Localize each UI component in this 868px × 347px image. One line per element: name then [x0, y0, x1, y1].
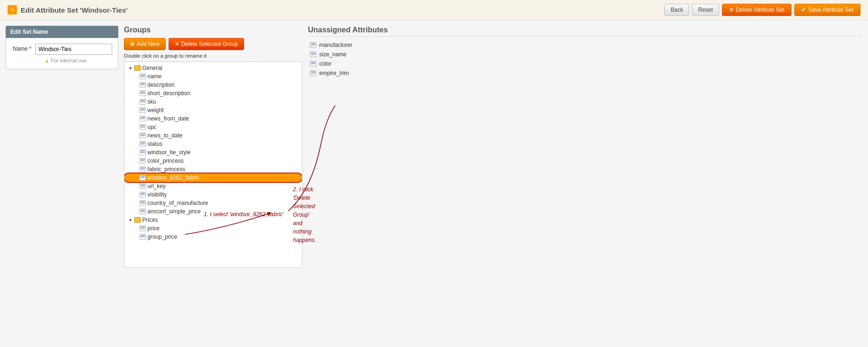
panel-body: Name * ▲ For internal use.	[6, 38, 118, 69]
tree-item-short-description[interactable]: short_description	[124, 89, 302, 98]
unassigned-list: manufacturer size_name color empire_trim	[308, 40, 862, 78]
file-icon	[139, 234, 146, 240]
reset-button[interactable]: Reset	[692, 4, 719, 16]
unassigned-item-empire-trim[interactable]: empire_trim	[308, 68, 862, 78]
tree-item-url-key[interactable]: url_key	[124, 182, 302, 190]
name-field-row: Name *	[12, 44, 112, 55]
file-icon	[139, 200, 146, 206]
delete-selected-group-button[interactable]: ✕ Delete Selected Group	[169, 38, 244, 50]
file-icon	[139, 226, 146, 231]
save-check-icon: ✔	[801, 7, 806, 13]
main-content: Edit Set Name Name * ▲ For internal use.…	[0, 20, 868, 344]
file-icon	[310, 52, 316, 57]
page-header: ✎ Edit Attribute Set 'Windsor-Ties' Back…	[0, 0, 868, 20]
delete-x-icon: ✕	[729, 7, 734, 13]
tree-group-prices[interactable]: ▼ Prices	[124, 216, 302, 224]
collapse-icon-prices[interactable]: ▼	[128, 218, 133, 223]
file-icon	[139, 91, 146, 96]
file-icon	[139, 158, 146, 164]
file-icon	[139, 133, 146, 138]
delete-attribute-set-button[interactable]: ✕ Delete Attribute Set	[722, 4, 791, 16]
file-icon	[139, 166, 146, 172]
tree-item-fabric-princess[interactable]: fabric_princess	[124, 165, 302, 174]
delete-group-x-icon: ✕	[175, 41, 179, 47]
name-input[interactable]	[35, 44, 112, 55]
groups-tree[interactable]: ▼ General name description short_descrip…	[124, 61, 302, 268]
tree-item-news-from-date[interactable]: news_from_date	[124, 114, 302, 123]
edit-set-panel: Edit Set Name Name * ▲ For internal use.	[6, 26, 118, 338]
file-icon	[139, 141, 146, 147]
file-icon	[139, 99, 146, 105]
tree-item-price[interactable]: price	[124, 224, 302, 233]
group-label-prices: Prices	[142, 217, 158, 223]
tree-item-windsor-fabric[interactable]: windsor_8262_fabric	[124, 174, 302, 182]
file-icon	[139, 124, 146, 130]
file-icon	[139, 192, 146, 197]
panel-header: Edit Set Name	[6, 26, 118, 38]
tree-item-group-price[interactable]: group_price	[124, 233, 302, 241]
folder-icon-general	[134, 65, 141, 71]
add-new-button[interactable]: ⊕ Add New	[124, 38, 166, 50]
file-icon	[310, 42, 316, 48]
header-title-area: ✎ Edit Attribute Set 'Windsor-Ties'	[8, 5, 128, 15]
groups-panel: Groups ⊕ Add New ✕ Delete Selected Group…	[124, 26, 302, 338]
groups-hint: Double click on a group to rename it	[124, 53, 302, 59]
save-attribute-set-button[interactable]: ✔ Save Attribute Set	[794, 4, 860, 16]
file-icon	[139, 150, 146, 155]
page-title: Edit Attribute Set 'Windsor-Ties'	[21, 6, 128, 14]
file-icon	[139, 107, 146, 113]
file-icon	[139, 74, 146, 79]
group-label-general: General	[142, 65, 162, 71]
folder-icon-prices	[134, 217, 141, 223]
file-icon	[139, 209, 146, 214]
file-icon	[139, 175, 146, 181]
tree-item-weight[interactable]: weight	[124, 106, 302, 114]
edit-icon: ✎	[8, 5, 17, 15]
required-marker: *	[29, 45, 31, 52]
file-icon	[310, 61, 316, 67]
tree-item-sku[interactable]: sku	[124, 98, 302, 106]
unassigned-item-size-name[interactable]: size_name	[308, 50, 862, 59]
unassigned-item-color[interactable]: color	[308, 59, 862, 68]
unassigned-panel: Unassigned Attributes manufacturer size_…	[308, 26, 862, 338]
file-icon	[139, 183, 146, 189]
groups-toolbar: ⊕ Add New ✕ Delete Selected Group	[124, 38, 302, 50]
header-buttons: Back Reset ✕ Delete Attribute Set ✔ Save…	[664, 4, 860, 16]
tree-item-color-princess[interactable]: color_princess	[124, 157, 302, 165]
name-label: Name *	[12, 44, 31, 52]
unassigned-title: Unassigned Attributes	[308, 26, 862, 37]
tree-item-windsor-tie-style[interactable]: windsor_tie_style	[124, 148, 302, 157]
groups-title: Groups	[124, 26, 302, 34]
hint-icon: ▲	[45, 58, 49, 63]
tree-item-visibility[interactable]: visibility	[124, 190, 302, 199]
tree-item-news-to-date[interactable]: news_to_date	[124, 131, 302, 140]
unassigned-item-manufacturer[interactable]: manufacturer	[308, 40, 862, 50]
file-icon	[139, 116, 146, 121]
tree-group-general[interactable]: ▼ General	[124, 64, 302, 72]
tree-item-status[interactable]: status	[124, 140, 302, 148]
plus-icon: ⊕	[130, 41, 135, 47]
file-icon	[310, 70, 316, 76]
tree-item-description[interactable]: description	[124, 81, 302, 89]
collapse-icon-general[interactable]: ▼	[128, 66, 133, 71]
tree-item-name[interactable]: name	[124, 72, 302, 81]
tree-item-upc[interactable]: upc	[124, 123, 302, 131]
tree-item-amconf-simple-price[interactable]: amconf_simple_price	[124, 207, 302, 216]
file-icon	[139, 82, 146, 88]
back-button[interactable]: Back	[664, 4, 689, 16]
name-hint: ▲ For internal use.	[45, 58, 112, 63]
tree-item-country-of-manufacture[interactable]: country_of_manufacture	[124, 199, 302, 207]
